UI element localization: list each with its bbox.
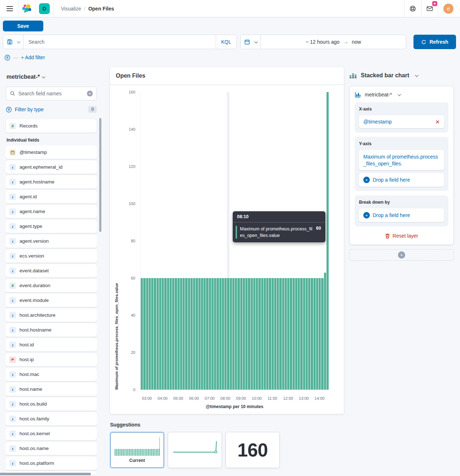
chart-bar[interactable] — [211, 278, 214, 390]
vertical-scrollbar[interactable] — [99, 118, 101, 232]
field-item[interactable]: thost.os.kernel — [6, 427, 97, 440]
chart-bar[interactable] — [172, 278, 174, 390]
kql-button[interactable]: KQL — [216, 35, 236, 49]
chart-bar[interactable] — [253, 278, 255, 390]
chart-bar[interactable] — [269, 278, 271, 390]
field-item[interactable]: tevent.module — [6, 294, 97, 307]
chart-bar[interactable] — [159, 278, 161, 390]
chart-bar[interactable] — [183, 278, 185, 390]
save-button[interactable]: Save — [3, 21, 43, 31]
chart-bar[interactable] — [308, 278, 310, 390]
chart-bar[interactable] — [321, 278, 323, 390]
field-item-records[interactable]: # Records — [6, 119, 97, 133]
chart-bar[interactable] — [256, 278, 258, 390]
chart-bar[interactable] — [151, 278, 153, 390]
field-item[interactable]: thost.os.build — [6, 397, 97, 411]
field-item[interactable]: IPhost.ip — [6, 353, 97, 366]
layer-index-pattern[interactable]: metricbeat-* — [355, 91, 448, 98]
horizontal-scrollbar[interactable] — [0, 473, 91, 475]
chart-bar[interactable] — [219, 278, 222, 390]
chart-bar[interactable] — [216, 278, 219, 390]
chart-bar[interactable] — [175, 278, 177, 390]
chart-bar[interactable] — [258, 278, 260, 390]
field-search-input[interactable] — [18, 91, 84, 96]
field-item[interactable]: thost.os.name — [6, 442, 97, 455]
chart-bar[interactable] — [170, 278, 172, 390]
chart-bar[interactable] — [167, 278, 169, 390]
time-from[interactable]: ~ 12 hours ago — [306, 39, 339, 45]
chart-bar[interactable] — [290, 278, 292, 390]
chart-bar[interactable] — [243, 278, 245, 390]
chart-bar[interactable] — [327, 92, 329, 390]
field-item[interactable]: thost.id — [6, 338, 97, 351]
chart-bar[interactable] — [143, 278, 145, 390]
chart-bar[interactable] — [222, 278, 224, 390]
chart-bar[interactable] — [248, 278, 250, 390]
chart-bar[interactable] — [279, 278, 281, 390]
chart-bar[interactable] — [277, 278, 279, 390]
chart-bar[interactable] — [306, 278, 308, 390]
chart-bar[interactable] — [203, 278, 206, 390]
field-item[interactable]: tevent.dataset — [6, 264, 97, 277]
chart-bar[interactable] — [180, 278, 182, 390]
elastic-logo[interactable] — [21, 3, 33, 15]
chart-type-selector[interactable]: Stacked bar chart — [349, 70, 454, 81]
help-button[interactable] — [407, 3, 419, 15]
field-item[interactable]: tagent.name — [6, 205, 97, 218]
chart-bar[interactable] — [149, 278, 151, 390]
break-down-drop-target[interactable]: + Drop a field here — [359, 208, 444, 222]
field-item[interactable]: thost.architecture — [6, 308, 97, 322]
chart-bar[interactable] — [240, 278, 242, 390]
chart-bar[interactable] — [232, 278, 235, 390]
filter-by-type[interactable]: Filter by type 0 — [6, 105, 97, 114]
chart-bar[interactable] — [227, 278, 229, 390]
add-layer-button[interactable]: + — [349, 249, 454, 261]
add-filter-link[interactable]: + Add filter — [21, 55, 45, 60]
field-item[interactable]: thost.hostname — [6, 323, 97, 337]
chart-bar[interactable] — [295, 278, 297, 390]
chart-bar[interactable] — [272, 278, 274, 390]
chart-bar[interactable] — [196, 278, 198, 390]
saved-query-button[interactable] — [3, 35, 23, 49]
chart-bar[interactable] — [206, 278, 208, 390]
chart-bar[interactable] — [178, 278, 180, 390]
menu-button[interactable] — [4, 3, 16, 15]
field-item[interactable]: #event.duration — [6, 279, 97, 292]
chart-bar[interactable] — [287, 278, 289, 390]
chart-bar[interactable] — [162, 278, 164, 390]
chart-bar[interactable] — [314, 278, 316, 390]
suggestion-line-chart[interactable] — [168, 432, 222, 468]
chart-bar[interactable] — [303, 278, 305, 390]
newsfeed-button[interactable] — [424, 3, 436, 15]
chart-bar[interactable] — [185, 278, 187, 390]
field-item[interactable]: thost.os.family — [6, 412, 97, 425]
chart-bar[interactable] — [146, 278, 148, 390]
chart-bar[interactable] — [157, 278, 159, 390]
chart-bar[interactable] — [293, 278, 295, 390]
chart-bar[interactable] — [224, 278, 227, 390]
chart-bar[interactable] — [198, 278, 201, 390]
time-range[interactable]: ~ 12 hours ago → now — [261, 35, 406, 49]
field-item[interactable]: tagent.type — [6, 220, 97, 233]
user-avatar[interactable]: e — [443, 4, 454, 14]
chart-bar[interactable] — [266, 278, 268, 390]
field-item[interactable]: tecs.version — [6, 249, 97, 263]
chart-bar[interactable] — [261, 278, 263, 390]
chart-bar[interactable] — [264, 278, 266, 390]
chart-bar[interactable] — [282, 278, 284, 390]
chart-bar[interactable] — [230, 278, 232, 390]
chart-bar[interactable] — [251, 278, 253, 390]
chart-bar[interactable] — [190, 278, 193, 390]
chart-bar[interactable] — [245, 278, 247, 390]
field-item[interactable]: tagent.hostname — [6, 175, 97, 189]
space-badge[interactable]: D — [39, 3, 50, 14]
remove-dimension-icon[interactable]: ✕ — [435, 119, 440, 125]
field-item[interactable]: thost.name — [6, 382, 97, 396]
chart-bar[interactable] — [154, 278, 156, 390]
chart-bar[interactable] — [316, 278, 318, 390]
y-axis-drop-target[interactable]: + Drop a field here — [359, 173, 444, 187]
search-input[interactable] — [23, 35, 216, 49]
refresh-button[interactable]: Refresh — [413, 35, 456, 49]
chart-bar[interactable] — [141, 278, 143, 390]
chart-bar[interactable] — [214, 278, 216, 390]
